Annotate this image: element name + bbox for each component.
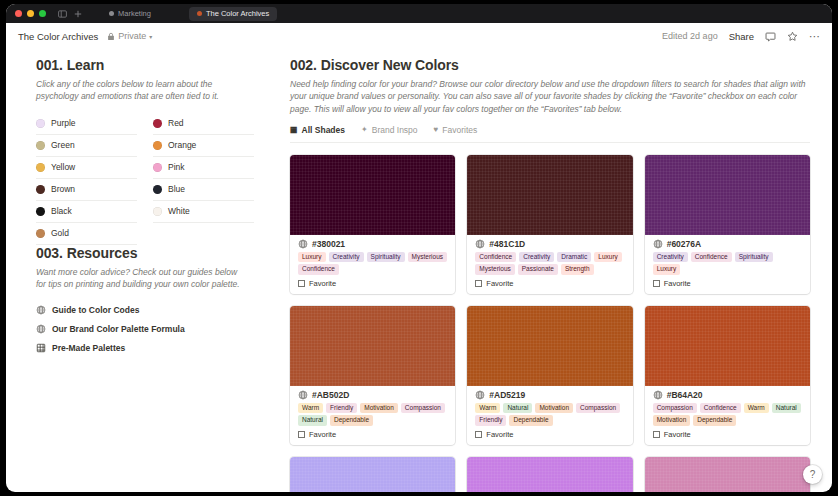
color-list-item[interactable]: Gold (36, 223, 137, 245)
color-card[interactable]: #60276ACreativityConfidenceSpiritualityL… (645, 155, 810, 294)
color-list-label: Yellow (51, 162, 75, 172)
color-hex-row: #AB502D (298, 390, 447, 400)
resources-description: Want more color advice? Check out our gu… (36, 266, 248, 291)
color-card[interactable] (290, 457, 455, 492)
color-list-item[interactable]: Black (36, 201, 137, 223)
favorite-row: Favorite (298, 279, 447, 288)
color-swatch[interactable] (467, 155, 632, 235)
app-window: MarketingThe Color Archives The Color Ar… (6, 4, 832, 492)
favorite-label: Favorite (309, 279, 336, 288)
color-hex-row: #60276A (653, 239, 802, 249)
browser-tab[interactable]: Marketing (101, 7, 159, 21)
view-tab-all-shades[interactable]: ▦All Shades (290, 125, 345, 135)
color-dot-icon (153, 141, 162, 150)
color-list-item[interactable]: Yellow (36, 157, 137, 179)
favorite-checkbox[interactable] (475, 431, 482, 438)
sidebar-toggle-icon[interactable] (58, 10, 67, 18)
more-options-icon[interactable]: ⋯ (809, 30, 820, 43)
tag-pill: Spirituality (735, 252, 773, 263)
color-dot-icon (36, 229, 45, 238)
globe-icon (298, 239, 308, 249)
help-button[interactable]: ? (803, 465, 822, 484)
tag-pill: Motivation (535, 403, 573, 414)
view-tab-favorites[interactable]: ♥Favorites (434, 125, 478, 135)
favorite-checkbox[interactable] (653, 431, 660, 438)
color-list-item[interactable]: Brown (36, 179, 137, 201)
tag-pill: Compassion (576, 403, 620, 414)
privacy-dropdown[interactable]: Private ▾ (107, 31, 152, 41)
discover-heading: 002. Discover New Colors (290, 57, 810, 73)
view-tab-brand-inspo[interactable]: ✦Brand Inspo (361, 125, 418, 135)
favorite-checkbox[interactable] (475, 280, 482, 287)
tag-pill: Confidence (700, 403, 741, 414)
right-column: 002. Discover New Colors Need help findi… (290, 57, 810, 492)
page-title-breadcrumb[interactable]: The Color Archives (18, 31, 98, 42)
share-button[interactable]: Share (729, 31, 754, 42)
color-card[interactable] (645, 457, 810, 492)
color-hex-label[interactable]: #481C1D (489, 239, 525, 249)
new-tab-icon[interactable] (74, 10, 82, 18)
color-list-label: White (168, 206, 190, 216)
resource-link[interactable]: Pre-Made Palettes (36, 338, 266, 357)
discover-description: Need help finding color for your brand? … (290, 78, 810, 115)
color-swatch[interactable] (467, 306, 632, 386)
color-list-item[interactable]: Purple (36, 113, 137, 135)
color-card[interactable]: #AD5219WarmNaturalMotivationCompassionFr… (467, 306, 632, 445)
color-list-item[interactable]: Orange (153, 135, 254, 157)
color-card[interactable] (467, 457, 632, 492)
color-swatch[interactable] (290, 155, 455, 235)
resource-link-label: Our Brand Color Palette Formula (52, 324, 185, 334)
color-swatch[interactable] (645, 155, 810, 235)
globe-icon (475, 239, 485, 249)
color-hex-label[interactable]: #B64A20 (667, 390, 703, 400)
favorite-checkbox[interactable] (653, 280, 660, 287)
star-icon[interactable] (787, 31, 798, 42)
color-list-label: Black (51, 206, 72, 216)
color-list-item[interactable]: White (153, 201, 254, 223)
learn-description: Click any of the colors below to learn a… (36, 78, 248, 103)
minimize-window-button[interactable] (27, 10, 34, 17)
color-hex-label[interactable]: #AD5219 (489, 390, 525, 400)
color-hex-label[interactable]: #AB502D (312, 390, 349, 400)
favorite-checkbox[interactable] (298, 431, 305, 438)
resource-link[interactable]: Our Brand Color Palette Formula (36, 319, 266, 338)
browser-tab-label: Marketing (118, 9, 151, 18)
color-card[interactable]: #B64A20CompassionConfidenceWarmNaturalMo… (645, 306, 810, 445)
browser-tab[interactable]: The Color Archives (189, 7, 277, 21)
color-list-item[interactable]: Blue (153, 179, 254, 201)
favorite-checkbox[interactable] (298, 280, 305, 287)
color-list-item[interactable]: Green (36, 135, 137, 157)
tag-pill: Motivation (653, 415, 691, 426)
color-dot-icon (36, 207, 45, 216)
favorite-row: Favorite (653, 430, 802, 439)
color-dot-icon (153, 185, 162, 194)
color-swatch[interactable] (290, 457, 455, 492)
tag-pill: Confidence (475, 252, 516, 263)
tag-pill: Friendly (475, 415, 506, 426)
comments-icon[interactable] (765, 31, 776, 42)
color-swatch[interactable] (645, 306, 810, 386)
color-card[interactable]: #380021LuxuryCreativitySpiritualityMyste… (290, 155, 455, 294)
color-card[interactable]: #AB502DWarmFriendlyMotivationCompassionN… (290, 306, 455, 445)
view-tabs: ▦All Shades✦Brand Inspo♥Favorites (290, 123, 810, 143)
color-hex-row: #380021 (298, 239, 447, 249)
color-list-item[interactable]: Pink (153, 157, 254, 179)
color-hex-label[interactable]: #380021 (312, 239, 345, 249)
tag-pill: Warm (744, 403, 769, 414)
favorite-label: Favorite (309, 430, 336, 439)
fullscreen-window-button[interactable] (39, 10, 46, 17)
tag-pill: Mysterious (475, 264, 514, 275)
color-swatch[interactable] (290, 306, 455, 386)
close-window-button[interactable] (15, 10, 22, 17)
tag-pill: Confidence (691, 252, 732, 263)
color-dot-icon (36, 163, 45, 172)
color-dot-icon (153, 207, 162, 216)
color-swatch[interactable] (645, 457, 810, 492)
color-list-item[interactable]: Red (153, 113, 254, 135)
tag-pill: Dramatic (557, 252, 591, 263)
color-swatch[interactable] (467, 457, 632, 492)
tag-list: WarmFriendlyMotivationCompassionNaturalD… (298, 403, 447, 426)
color-card[interactable]: #481C1DConfidenceCreativityDramaticLuxur… (467, 155, 632, 294)
color-hex-label[interactable]: #60276A (667, 239, 702, 249)
resource-link[interactable]: Guide to Color Codes (36, 300, 266, 319)
